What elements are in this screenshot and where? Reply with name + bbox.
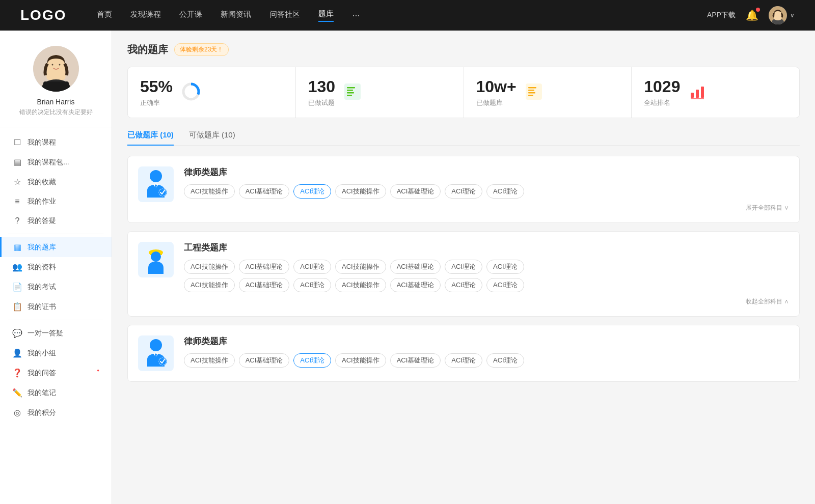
- list-yellow-icon: [525, 82, 543, 102]
- sidebar-item-my-courses[interactable]: ☐ 我的课程: [0, 132, 112, 152]
- svg-point-6: [51, 64, 53, 66]
- svg-rect-8: [43, 81, 69, 92]
- tag-3-0[interactable]: ACI技能操作: [184, 353, 235, 368]
- tag-2r-1[interactable]: ACI基础理论: [239, 278, 290, 292]
- avatar-chevron-icon: ∨: [790, 12, 795, 19]
- tag-3-3[interactable]: ACI技能操作: [335, 353, 386, 368]
- tab-available-banks[interactable]: 可做题库 (10): [189, 130, 235, 145]
- tag-2r-5[interactable]: ACI理论: [445, 278, 482, 292]
- tag-1-0[interactable]: ACI技能操作: [184, 184, 235, 199]
- tag-2-4[interactable]: ACI基础理论: [390, 260, 441, 274]
- tag-3-5[interactable]: ACI理论: [445, 353, 482, 368]
- stat-questions-label: 已做试题: [308, 98, 335, 107]
- sidebar-item-homework[interactable]: ≡ 我的作业: [0, 192, 112, 211]
- tag-2-0[interactable]: ACI技能操作: [184, 260, 235, 274]
- nav-discover[interactable]: 发现课程: [130, 10, 161, 21]
- sidebar-item-question-bank[interactable]: ▦ 我的题库: [0, 237, 112, 257]
- engineer-icon-svg: [142, 244, 170, 275]
- tag-1-5[interactable]: ACI理论: [445, 184, 482, 199]
- tag-3-6[interactable]: ACI理论: [486, 353, 524, 368]
- tag-3-4[interactable]: ACI基础理论: [390, 353, 441, 368]
- svg-rect-23: [696, 90, 699, 98]
- nav-home[interactable]: 首页: [97, 10, 112, 21]
- sidebar-item-group[interactable]: 👤 我的小组: [0, 343, 112, 363]
- tag-1-6[interactable]: ACI理论: [486, 184, 524, 199]
- notification-bell[interactable]: 🔔: [746, 9, 758, 21]
- stat-questions-value: 130: [308, 77, 335, 96]
- tag-2-6[interactable]: ACI理论: [486, 260, 524, 274]
- bank-card-1-info: 律师类题库 ACI技能操作 ACI基础理论 ACI理论 ACI技能操作 ACI基…: [184, 166, 789, 212]
- tag-2r-0[interactable]: ACI技能操作: [184, 278, 235, 292]
- points-icon: ◎: [12, 408, 22, 417]
- stat-accuracy-value: 55%: [140, 77, 173, 96]
- sidebar-divider-2: [8, 320, 103, 320]
- svg-rect-14: [347, 90, 353, 91]
- bank-icon-2: [138, 242, 174, 277]
- svg-point-32: [150, 339, 162, 351]
- tag-1-1[interactable]: ACI基础理论: [239, 184, 290, 199]
- tag-2-5[interactable]: ACI理论: [445, 260, 482, 274]
- tag-2-2[interactable]: ACI理论: [293, 260, 331, 274]
- sidebar-item-notes[interactable]: ✏️ 我的笔记: [0, 383, 112, 403]
- nav-news[interactable]: 新闻资讯: [221, 10, 251, 21]
- tag-2r-4[interactable]: ACI基础理论: [390, 278, 441, 292]
- stat-questions-text: 130 已做试题: [308, 77, 335, 107]
- accuracy-donut-icon: [181, 81, 201, 103]
- sidebar-item-questions[interactable]: ? 我的答疑: [0, 211, 112, 231]
- sidebar-item-materials[interactable]: 👥 我的资料: [0, 257, 112, 277]
- tag-2-1[interactable]: ACI基础理论: [239, 260, 290, 274]
- tag-2r-6[interactable]: ACI理论: [486, 278, 524, 292]
- tag-1-3[interactable]: ACI技能操作: [335, 184, 386, 199]
- svg-rect-20: [528, 92, 535, 94]
- nav-qa[interactable]: 问答社区: [269, 10, 300, 21]
- tag-1-2[interactable]: ACI理论: [293, 184, 331, 199]
- tag-3-1[interactable]: ACI基础理论: [239, 353, 290, 368]
- qa-icon: ❓: [12, 368, 22, 378]
- nav-questionbank[interactable]: 题库: [318, 9, 334, 22]
- svg-rect-18: [528, 87, 536, 89]
- tab-done-banks[interactable]: 已做题库 (10): [127, 130, 174, 145]
- profile-section: Brian Harris 错误的决定比没有决定要好: [0, 46, 112, 127]
- svg-rect-13: [347, 87, 355, 89]
- tag-2r-3[interactable]: ACI技能操作: [335, 278, 386, 292]
- bank-card-2-expand[interactable]: 收起全部科目 ∧: [184, 297, 789, 306]
- svg-rect-21: [528, 95, 533, 96]
- sidebar-label-my-qa: 我的问答: [28, 369, 56, 378]
- profile-avatar: [33, 46, 79, 92]
- sidebar-item-certificates[interactable]: 📋 我的证书: [0, 297, 112, 317]
- sidebar: Brian Harris 错误的决定比没有决定要好 ☐ 我的课程 ▤ 我的课程包…: [0, 31, 112, 504]
- svg-point-7: [59, 64, 60, 66]
- bank-card-2-name: 工程类题库: [184, 242, 789, 254]
- packages-icon: ▤: [12, 157, 22, 167]
- tag-2r-2[interactable]: ACI理论: [293, 278, 331, 292]
- sidebar-divider-1: [8, 234, 103, 234]
- user-avatar-wrapper[interactable]: ∨: [769, 6, 795, 24]
- stat-banks-label: 已做题库: [476, 98, 517, 107]
- sidebar-item-favorites[interactable]: ☆ 我的收藏: [0, 172, 112, 192]
- sidebar-item-exams[interactable]: 📄 我的考试: [0, 277, 112, 297]
- sidebar-item-my-qa[interactable]: ❓ 我的问答 ●: [0, 363, 112, 383]
- question-bank-icon: ▦: [12, 242, 22, 252]
- donut-chart-svg: [181, 81, 201, 102]
- bank-card-2-tags-row1: ACI技能操作 ACI基础理论 ACI理论 ACI技能操作 ACI基础理论 AC…: [184, 260, 789, 274]
- tag-2-3[interactable]: ACI技能操作: [335, 260, 386, 274]
- stat-banks-text: 10w+ 已做题库: [476, 77, 517, 107]
- tag-3-2[interactable]: ACI理论: [293, 353, 331, 368]
- sidebar-item-course-packages[interactable]: ▤ 我的课程包...: [0, 152, 112, 172]
- nav-more[interactable]: ···: [352, 10, 360, 21]
- nav-opencourse[interactable]: 公开课: [179, 10, 202, 21]
- sidebar-label-group: 我的小组: [28, 349, 56, 358]
- courses-icon: ☐: [12, 137, 22, 147]
- questions-icon: ?: [12, 216, 22, 226]
- bank-icon-1: [138, 166, 174, 202]
- stat-accuracy-text: 55% 正确率: [140, 77, 173, 107]
- sidebar-item-tutor[interactable]: 💬 一对一答疑: [0, 323, 112, 343]
- notification-badge: [756, 8, 760, 12]
- sidebar-item-points[interactable]: ◎ 我的积分: [0, 403, 112, 423]
- bank-card-1-expand[interactable]: 展开全部科目 ∨: [184, 204, 789, 212]
- list-yellow-svg: [525, 82, 543, 101]
- profile-motto: 错误的决定比没有决定要好: [19, 108, 93, 117]
- svg-rect-19: [528, 90, 534, 91]
- app-download-link[interactable]: APP下载: [707, 11, 736, 20]
- tag-1-4[interactable]: ACI基础理论: [390, 184, 441, 199]
